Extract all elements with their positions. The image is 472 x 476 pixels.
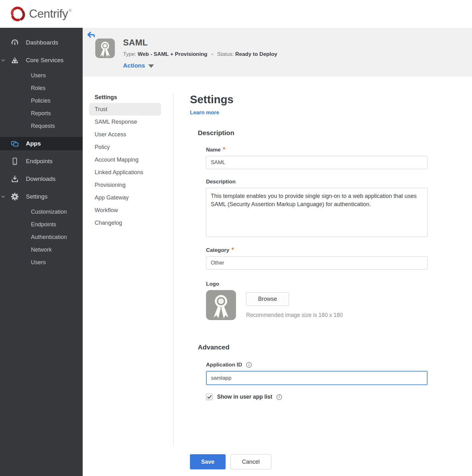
description-label-text: Description: [206, 179, 236, 185]
application-id-input[interactable]: [206, 371, 428, 385]
sidebar-item-endpoints[interactable]: Endpoints: [0, 154, 83, 169]
advanced-section-heading: Advanced: [198, 343, 436, 351]
sidebar: Dashboards Core Services Users Roles Pol…: [0, 28, 83, 476]
app-logo-thumbnail: [95, 39, 115, 58]
subnav-item-provisioning[interactable]: Provisioning: [89, 179, 161, 191]
save-button[interactable]: Save: [190, 454, 226, 469]
centrify-swirl-icon: [9, 5, 27, 22]
subnav-item-linked-applications[interactable]: Linked Applications: [89, 166, 161, 179]
vertical-divider: [173, 94, 174, 447]
settings-subnav: Settings Trust SAML Response User Access…: [83, 77, 173, 229]
advanced-form: Application ID i Show in user app list i: [206, 362, 436, 400]
name-input[interactable]: [206, 156, 428, 169]
browse-button[interactable]: Browse: [246, 292, 289, 306]
app-header: SAML Type: Web - SAML + Provisioning • S…: [83, 28, 472, 77]
sidebar-item-label: Dashboards: [26, 39, 58, 46]
type-label: Type:: [123, 51, 136, 57]
subnav-item-account-mapping[interactable]: Account Mapping: [89, 153, 161, 166]
sidebar-item-reports[interactable]: Reports: [0, 107, 83, 120]
subnav-heading: Settings: [95, 94, 173, 101]
sidebar-subitem-label: Users: [31, 259, 46, 266]
cancel-button[interactable]: Cancel: [230, 454, 271, 469]
info-icon[interactable]: i: [246, 362, 252, 368]
cluster-icon: [11, 56, 19, 64]
gear-icon: [11, 193, 19, 201]
subnav-item-changelog[interactable]: Changelog: [89, 217, 161, 229]
app-type-status-line: Type: Web - SAML + Provisioning • Status…: [123, 51, 277, 57]
logo-label: Logo: [206, 281, 436, 287]
actions-label: Actions: [123, 62, 145, 69]
sidebar-item-label: Core Services: [26, 57, 63, 64]
sidebar-item-settings-users[interactable]: Users: [0, 256, 83, 269]
chevron-down-icon: [1, 194, 5, 199]
centrify-logo: Centrify ®: [9, 4, 71, 24]
actions-dropdown[interactable]: Actions: [123, 62, 277, 69]
show-in-user-app-list-checkbox[interactable]: [206, 394, 213, 400]
gauge-icon: [11, 39, 19, 47]
sidebar-item-policies[interactable]: Policies: [0, 94, 83, 107]
name-label-text: Name: [206, 147, 221, 153]
status-label: Status:: [217, 51, 234, 57]
sidebar-subitem-label: Authentication: [31, 234, 67, 241]
ribbon-award-icon: [206, 290, 236, 320]
application-id-label-text: Application ID: [206, 362, 242, 368]
sidebar-item-settings-endpoints[interactable]: Endpoints: [0, 218, 83, 231]
sidebar-item-authentication[interactable]: Authentication: [0, 231, 83, 243]
logo-preview: [206, 290, 236, 320]
description-form: Name * Description This template enables…: [206, 147, 436, 320]
ribbon-award-icon: [95, 39, 115, 58]
subnav-item-policy[interactable]: Policy: [89, 141, 161, 153]
subnav-item-saml-response[interactable]: SAML Response: [89, 116, 161, 128]
type-value: Web - SAML + Provisioning: [138, 51, 207, 57]
app-title-block: SAML Type: Web - SAML + Provisioning • S…: [123, 38, 277, 69]
sidebar-item-network[interactable]: Network: [0, 243, 83, 256]
app-title: SAML: [123, 38, 277, 48]
download-icon: [11, 175, 19, 183]
sidebar-item-customization[interactable]: Customization: [0, 205, 83, 218]
sidebar-item-roles[interactable]: Roles: [0, 82, 83, 94]
sidebar-subitem-label: Roles: [31, 85, 45, 92]
dot-separator: •: [211, 51, 213, 57]
sidebar-item-requests[interactable]: Requests: [0, 120, 83, 132]
sidebar-item-apps[interactable]: Apps: [0, 136, 83, 151]
status-value: Ready to Deploy: [235, 51, 277, 57]
category-input[interactable]: [206, 256, 428, 270]
subnav-item-user-access[interactable]: User Access: [89, 128, 161, 141]
sidebar-item-users[interactable]: Users: [0, 69, 83, 82]
description-textarea[interactable]: This template enables you to provide sin…: [206, 188, 428, 237]
sidebar-subitem-label: Reports: [31, 110, 51, 117]
caret-down-icon: [148, 64, 154, 68]
show-in-app-list-row: Show in user app list i: [206, 394, 436, 400]
required-asterisk: *: [232, 246, 234, 253]
sidebar-subitem-label: Requests: [31, 123, 55, 129]
top-bar: Centrify ®: [0, 0, 472, 28]
sidebar-subitem-label: Customization: [31, 209, 67, 215]
subnav-item-trust[interactable]: Trust: [89, 103, 161, 116]
category-label-text: Category: [206, 247, 229, 253]
sidebar-item-label: Apps: [26, 140, 41, 147]
application-id-label: Application ID i: [206, 362, 436, 368]
sidebar-item-core-services[interactable]: Core Services: [0, 53, 83, 68]
brand-name: Centrify: [29, 4, 68, 24]
device-icon: [11, 157, 19, 165]
sidebar-item-label: Endpoints: [26, 158, 53, 165]
page: Centrify ® Dashboards Core Services U: [0, 0, 472, 476]
logo-size-hint: Recommended image size is 180 x 180: [246, 312, 343, 318]
sidebar-item-downloads[interactable]: Downloads: [0, 171, 83, 187]
logo-row: Browse Recommended image size is 180 x 1…: [206, 290, 436, 320]
back-arrow-icon[interactable]: [87, 31, 95, 39]
sidebar-item-label: Settings: [26, 193, 48, 200]
logo-label-text: Logo: [206, 281, 219, 287]
info-icon[interactable]: i: [276, 394, 282, 400]
sidebar-subitem-label: Endpoints: [31, 221, 56, 228]
learn-more-link[interactable]: Learn more: [190, 110, 219, 116]
registered-mark: ®: [68, 9, 71, 13]
chevron-down-icon: [1, 58, 5, 62]
sidebar-item-dashboards[interactable]: Dashboards: [0, 35, 83, 50]
checkmark-icon: [207, 395, 212, 399]
sidebar-subitem-label: Network: [31, 247, 52, 253]
subnav-item-app-gateway[interactable]: App Gateway: [89, 191, 161, 204]
sidebar-subitem-label: Users: [31, 72, 46, 79]
sidebar-item-settings[interactable]: Settings: [0, 189, 83, 204]
subnav-item-workflow[interactable]: Workflow: [89, 204, 161, 217]
